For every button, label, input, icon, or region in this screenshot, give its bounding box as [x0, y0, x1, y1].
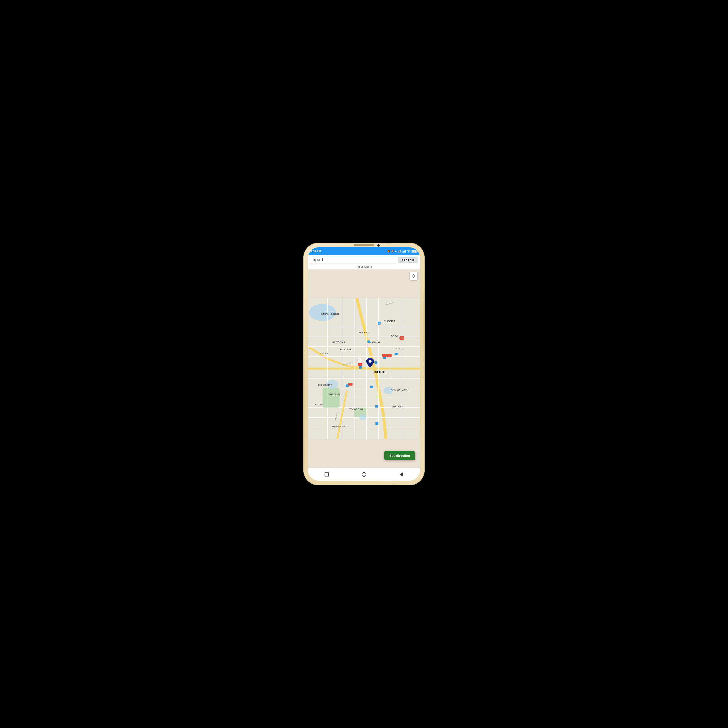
svg-point-38 — [359, 414, 367, 420]
svg-rect-74 — [358, 363, 362, 366]
svg-text:Rd No. 2: Rd No. 2 — [396, 347, 403, 350]
phone-screen: 6:33 PM 🔕 ⏰ ➤ — [308, 247, 420, 481]
svg-text:PAIKPARA: PAIKPARA — [391, 405, 403, 408]
area-label: 5 KM AREA — [308, 265, 420, 269]
signal-bars-2-icon — [402, 250, 406, 252]
svg-text:KUTHI: KUTHI — [315, 403, 322, 406]
svg-text:100: 100 — [412, 251, 415, 252]
svg-rect-67 — [359, 366, 362, 369]
svg-text:MIRPUR-1: MIRPUR-1 — [374, 371, 387, 374]
location-button[interactable] — [410, 272, 418, 280]
search-bar: SEARCH — [308, 255, 420, 265]
crosshair-icon — [411, 274, 416, 278]
wifi-icon — [407, 250, 410, 252]
svg-text:🍴: 🍴 — [358, 359, 361, 362]
svg-rect-2 — [400, 251, 401, 252]
svg-rect-34 — [323, 388, 340, 407]
svg-text:BLOCK E: BLOCK E — [359, 331, 370, 333]
svg-rect-66 — [375, 361, 378, 364]
search-button[interactable]: SEARCH — [398, 257, 418, 263]
svg-rect-6 — [404, 251, 405, 252]
svg-text:H: H — [401, 337, 403, 340]
svg-point-80 — [369, 360, 372, 363]
nav-home-button[interactable] — [361, 472, 367, 477]
svg-rect-64 — [395, 353, 398, 355]
svg-rect-69 — [370, 386, 373, 388]
svg-rect-0 — [398, 251, 399, 252]
svg-text:BLOCK D: BLOCK D — [340, 348, 350, 351]
svg-point-81 — [413, 275, 414, 277]
status-time: 6:33 PM — [310, 250, 321, 253]
search-input[interactable] — [310, 258, 396, 262]
svg-text:2ND COLONY: 2ND COLONY — [327, 393, 342, 396]
see-direction-button[interactable]: See direction — [384, 451, 415, 460]
signal-bars-icon — [398, 250, 401, 252]
phone-camera — [377, 244, 380, 247]
svg-text:BLOCK G: BLOCK G — [369, 341, 380, 344]
status-bar: 6:33 PM 🔕 ⏰ ➤ — [308, 247, 420, 255]
back-icon — [400, 472, 403, 477]
svg-text:3RD COLONY: 3RD COLONY — [318, 384, 332, 386]
svg-text:NANDERBAG: NANDERBAG — [332, 425, 347, 428]
phone-device: 6:33 PM 🔕 ⏰ ➤ — [303, 243, 425, 485]
phone-speaker — [354, 244, 374, 246]
svg-rect-5 — [404, 251, 404, 252]
nav-bar — [308, 468, 420, 481]
notification-icon: 🔕 — [387, 250, 390, 252]
svg-rect-72 — [382, 354, 387, 357]
map-svg: SHINEPUKUR BLOCK A BLOCK E SECTION 1 BLO… — [308, 269, 420, 468]
location-icon: ➤ — [395, 250, 397, 252]
svg-point-8 — [408, 252, 409, 252]
svg-rect-73 — [387, 354, 392, 357]
svg-rect-3 — [401, 250, 401, 252]
svg-rect-1 — [399, 251, 400, 252]
svg-rect-4 — [402, 251, 403, 252]
svg-text:📍: 📍 — [367, 344, 369, 347]
svg-text:BORO: BORO — [391, 335, 398, 338]
nav-square-button[interactable] — [324, 472, 329, 477]
svg-text:AHMED NAGAR: AHMED NAGAR — [391, 388, 409, 391]
svg-rect-71 — [375, 422, 378, 425]
map-container: SHINEPUKUR BLOCK A BLOCK E SECTION 1 BLO… — [308, 269, 420, 468]
svg-text:BLOCK A: BLOCK A — [384, 320, 396, 323]
svg-rect-70 — [375, 405, 378, 408]
svg-text:TOLARBAG: TOLARBAG — [349, 408, 363, 410]
circle-icon — [362, 472, 366, 477]
nav-back-button[interactable] — [399, 472, 404, 477]
svg-rect-63 — [367, 341, 370, 343]
search-input-wrapper — [310, 257, 396, 263]
alarm-icon: ⏰ — [391, 250, 394, 252]
status-icons: 🔕 ⏰ ➤ — [387, 250, 418, 253]
svg-rect-75 — [348, 383, 352, 386]
svg-text:SECTION 1: SECTION 1 — [332, 341, 346, 344]
svg-rect-10 — [417, 251, 418, 252]
svg-text:P: P — [378, 322, 380, 324]
battery-icon: 100 — [411, 250, 418, 253]
svg-text:Rd No. 4: Rd No. 4 — [320, 352, 328, 355]
svg-text:SHINEPUKUR: SHINEPUKUR — [321, 312, 339, 315]
square-icon — [324, 473, 329, 477]
svg-rect-7 — [405, 250, 406, 252]
